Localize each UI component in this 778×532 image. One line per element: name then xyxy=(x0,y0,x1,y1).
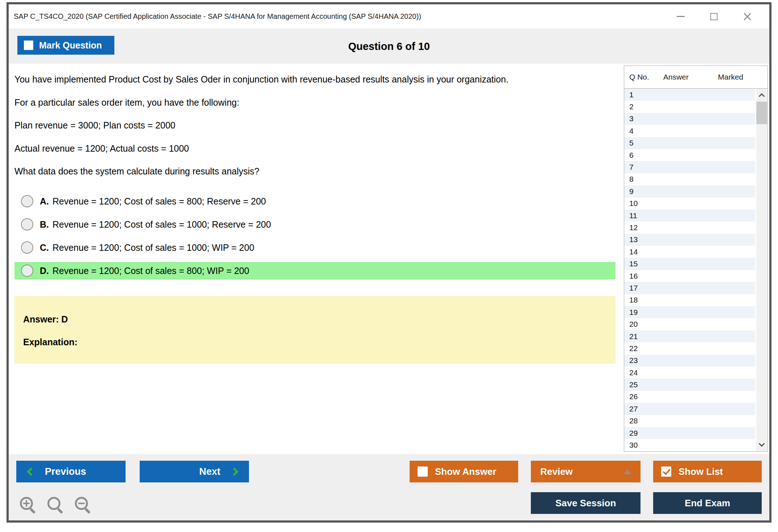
radio-button-icon[interactable] xyxy=(21,218,33,231)
question-paragraph: Plan revenue = 3000; Plan costs = 2000 xyxy=(14,114,617,137)
question-list-row[interactable]: 18 xyxy=(624,294,755,306)
question-list-row[interactable]: 15 xyxy=(624,258,755,270)
question-list-row[interactable]: 26 xyxy=(624,391,755,403)
exam-window: SAP C_TS4CO_2020 (SAP Certified Applicat… xyxy=(7,2,771,523)
scroll-up-button[interactable] xyxy=(756,89,767,101)
answer-option-row[interactable]: C. Revenue = 1200; Cost of sales = 1000;… xyxy=(14,239,616,256)
show-list-checkbox[interactable] xyxy=(661,466,671,477)
chevron-down-icon xyxy=(759,440,765,447)
option-text: Revenue = 1200; Cost of sales = 800; WIP… xyxy=(52,266,249,276)
question-list-row[interactable]: 24 xyxy=(624,367,755,379)
question-list-row[interactable]: 28 xyxy=(624,415,755,427)
question-list-row[interactable]: 17 xyxy=(624,282,755,294)
previous-button[interactable]: Previous xyxy=(16,461,126,482)
minimize-icon xyxy=(677,16,685,17)
chevron-left-icon xyxy=(26,467,35,476)
question-list-row[interactable]: 25 xyxy=(624,379,755,390)
question-list-row[interactable]: 23 xyxy=(624,355,755,367)
magnifier-handle xyxy=(85,508,91,514)
save-session-label: Save Session xyxy=(555,498,616,509)
mark-question-checkbox[interactable] xyxy=(24,41,33,50)
chevron-right-icon xyxy=(230,467,238,476)
question-list-row[interactable]: 6 xyxy=(624,149,755,161)
question-list-row[interactable]: 19 xyxy=(624,306,755,318)
show-answer-checkbox[interactable] xyxy=(418,466,428,477)
answer-option-row[interactable]: A. Revenue = 1200; Cost of sales = 800; … xyxy=(14,193,616,210)
question-list-row[interactable]: 21 xyxy=(624,330,755,342)
mark-question-label: Mark Question xyxy=(39,40,102,51)
maximize-icon xyxy=(710,13,718,20)
option-letter: A. xyxy=(40,196,49,207)
question-paragraph: Actual revenue = 1200; Actual costs = 10… xyxy=(14,137,617,160)
chevron-up-icon xyxy=(759,93,765,99)
question-list-row[interactable]: 14 xyxy=(624,246,755,258)
answer-option-row[interactable]: D. Revenue = 1200; Cost of sales = 800; … xyxy=(14,262,616,279)
review-button[interactable]: Review xyxy=(531,461,640,482)
answer-value: Answer: D xyxy=(23,308,616,331)
magnifier-handle xyxy=(57,508,63,514)
question-paragraph: What data does the system calculate duri… xyxy=(14,160,617,183)
answer-option-row[interactable]: B. Revenue = 1200; Cost of sales = 1000;… xyxy=(14,216,616,233)
question-list-row[interactable]: 27 xyxy=(624,403,755,415)
scrollbar-thumb[interactable] xyxy=(756,102,767,124)
question-list-row[interactable]: 1 xyxy=(624,89,755,101)
show-list-button[interactable]: Show List xyxy=(653,461,762,482)
close-icon xyxy=(743,12,752,21)
question-list-row[interactable]: 2 xyxy=(624,101,755,113)
question-paragraph: For a particular sales order item, you h… xyxy=(14,91,617,114)
show-answer-button[interactable]: Show Answer xyxy=(410,461,518,482)
window-controls xyxy=(675,11,753,22)
review-label: Review xyxy=(540,466,573,477)
show-list-label: Show List xyxy=(678,466,723,477)
question-list-row[interactable]: 9 xyxy=(624,185,755,197)
question-list-rows: 1 2 3 4 5 6 7 8 xyxy=(624,89,755,451)
close-button[interactable] xyxy=(742,11,753,22)
next-label: Next xyxy=(199,466,220,477)
question-list-row[interactable]: 20 xyxy=(624,318,755,330)
previous-label: Previous xyxy=(45,466,86,477)
answer-options: A. Revenue = 1200; Cost of sales = 800; … xyxy=(14,193,616,285)
option-text: Revenue = 1200; Cost of sales = 1000; Re… xyxy=(52,219,271,230)
question-list-scrollbar[interactable] xyxy=(756,89,767,451)
question-list-row[interactable]: 8 xyxy=(624,173,755,185)
zoom-reset-icon[interactable] xyxy=(47,497,65,514)
question-list-row[interactable]: 11 xyxy=(624,210,755,221)
scroll-down-button[interactable] xyxy=(756,439,767,451)
question-list-body: 1 2 3 4 5 6 7 8 xyxy=(624,89,768,451)
question-list-header: Q No. Answer Marked xyxy=(624,66,768,89)
question-list-row[interactable]: 4 xyxy=(624,125,755,137)
question-list-row[interactable]: 13 xyxy=(624,234,755,246)
radio-button-icon[interactable] xyxy=(21,241,33,254)
question-list-row[interactable]: 3 xyxy=(624,113,755,125)
header-strip: Question 6 of 10 Mark Question xyxy=(9,29,769,64)
question-list-row[interactable]: 30 xyxy=(624,439,755,451)
question-list-row[interactable]: 29 xyxy=(624,427,755,439)
show-answer-label: Show Answer xyxy=(435,466,496,477)
radio-button-icon[interactable] xyxy=(21,195,33,207)
question-list-row[interactable]: 22 xyxy=(624,342,755,354)
option-letter: C. xyxy=(40,242,49,253)
question-list-row[interactable]: 7 xyxy=(624,161,755,173)
answer-explanation-box: Answer: D Explanation: xyxy=(14,296,616,364)
next-button[interactable]: Next xyxy=(140,461,249,482)
minimize-button[interactable] xyxy=(675,11,686,22)
question-list-row[interactable]: 12 xyxy=(624,221,755,233)
zoom-in-icon[interactable] xyxy=(20,497,37,514)
mark-question-button[interactable]: Mark Question xyxy=(17,36,114,55)
option-letter: B. xyxy=(40,219,49,230)
zoom-tools xyxy=(20,497,92,514)
footer-bar: Previous Next Show Answer Review Show Li… xyxy=(9,454,769,520)
column-header-marked: Marked xyxy=(718,73,768,81)
option-text: Revenue = 1200; Cost of sales = 1000; WI… xyxy=(52,242,254,253)
maximize-button[interactable] xyxy=(709,11,719,22)
end-exam-label: End Exam xyxy=(685,498,730,509)
option-letter: D. xyxy=(40,266,49,276)
end-exam-button[interactable]: End Exam xyxy=(653,492,762,514)
magnifier-handle xyxy=(30,508,36,514)
question-list-row[interactable]: 10 xyxy=(624,198,755,210)
radio-button-icon[interactable] xyxy=(21,265,33,277)
question-list-row[interactable]: 16 xyxy=(624,270,755,282)
save-session-button[interactable]: Save Session xyxy=(531,492,640,514)
question-list-row[interactable]: 5 xyxy=(624,137,755,149)
zoom-out-icon[interactable] xyxy=(75,497,92,514)
